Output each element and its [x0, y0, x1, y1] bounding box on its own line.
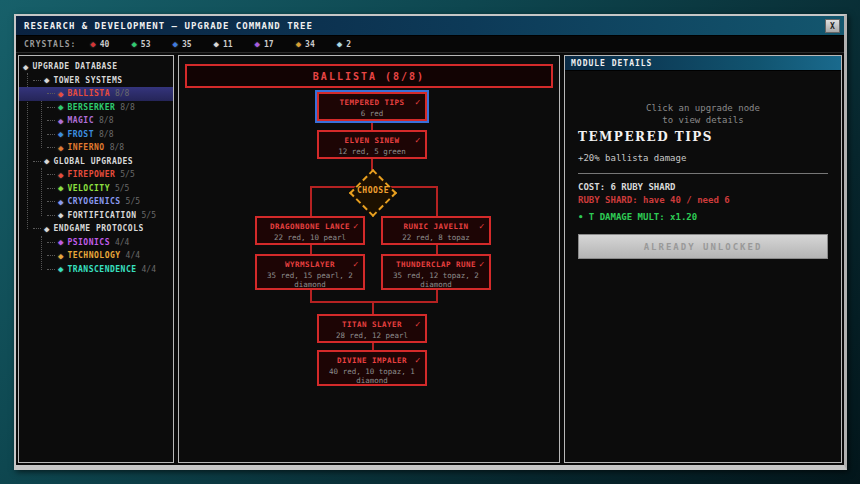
check-icon: ✓ — [415, 135, 421, 145]
node-title: RUNIC JAVELIN — [403, 222, 468, 231]
progress-count: 8/8 — [99, 130, 113, 139]
diamond-icon: ◆ — [58, 170, 63, 180]
node-cost: 28 red, 12 pearl — [319, 331, 425, 340]
gem-icon: ◆ — [337, 39, 342, 49]
details-effect: +20% ballista damage — [578, 153, 828, 163]
node-cost: 12 red, 5 green — [319, 147, 425, 156]
upgrade-node-dragonbone-lance[interactable]: DRAGONBONE LANCE✓ 22 red, 10 pearl — [255, 216, 365, 245]
crystals-bar: CRYSTALS: ◆ 40 ◆ 53 ◆ 35 ◆ 11 ◆ 17 ◆ 34 … — [16, 36, 844, 53]
sidebar-item-cryogenics[interactable]: ◆ CRYOGENICS 5/5 — [19, 195, 173, 209]
gem-icon: ◆ — [255, 39, 260, 49]
node-title: TEMPERED TIPS — [339, 98, 404, 107]
crystal-count: 40 — [100, 40, 110, 49]
node-cost: 40 red, 10 topaz, 1 diamond — [319, 367, 425, 385]
node-cost: 6 red — [319, 109, 425, 118]
details-title: TEMPERED TIPS — [578, 130, 828, 144]
check-icon: ✓ — [353, 221, 359, 231]
progress-count: 5/5 — [142, 211, 156, 220]
connector — [310, 245, 312, 254]
connector — [310, 301, 438, 303]
upgrade-node-titan-slayer[interactable]: TITAN SLAYER✓ 28 red, 12 pearl — [317, 314, 427, 343]
details-header: MODULE DETAILS — [565, 56, 841, 71]
node-cost: 35 red, 12 topaz, 2 diamond — [383, 271, 489, 289]
crystal-count: 34 — [305, 40, 315, 49]
diamond-icon: ◆ — [58, 116, 63, 126]
connector — [372, 343, 374, 350]
sidebar-item-magic[interactable]: ◆ MAGIC 8/8 — [19, 114, 173, 128]
crystal-count: 17 — [264, 40, 274, 49]
sidebar-item-transcendence[interactable]: ◆ TRANSCENDENCE 4/4 — [19, 263, 173, 277]
details-requirement: RUBY SHARD: have 40 / need 6 — [578, 195, 828, 205]
diamond-icon: ◆ — [58, 143, 63, 153]
title-bar: RESEARCH & DEVELOPMENT — UPGRADE COMMAND… — [16, 16, 844, 36]
diamond-icon: ◆ — [58, 264, 63, 274]
sidebar-item-fortification[interactable]: ◆ FORTIFICATION 5/5 — [19, 209, 173, 223]
crystal-blue: ◆ 35 — [172, 39, 191, 49]
crystal-count: 53 — [141, 40, 151, 49]
divider — [578, 173, 828, 174]
sidebar-item-global-upgrades[interactable]: ◆ GLOBAL UPGRADES — [19, 155, 173, 169]
upgrade-node-tempered-tips[interactable]: TEMPERED TIPS✓ 6 red — [317, 92, 427, 121]
gem-icon: ◆ — [131, 39, 136, 49]
crystal-diamond: ◆ 2 — [337, 39, 351, 49]
diamond-icon: ◆ — [44, 156, 49, 166]
content-area: ◆ UPGRADE DATABASE ◆ TOWER SYSTEMS ◆ BAL… — [16, 53, 844, 465]
gem-icon: ◆ — [214, 39, 219, 49]
sidebar-item-psionics[interactable]: ◆ PSIONICS 4/4 — [19, 236, 173, 250]
check-icon: ✓ — [479, 221, 485, 231]
progress-count: 4/4 — [115, 238, 129, 247]
diamond-icon: ◆ — [44, 75, 49, 85]
upgrade-node-elven-sinew[interactable]: ELVEN SINEW✓ 12 red, 5 green — [317, 130, 427, 159]
sidebar-item-inferno[interactable]: ◆ INFERNO 8/8 — [19, 141, 173, 155]
progress-count: 8/8 — [115, 89, 129, 98]
node-title: DRAGONBONE LANCE — [270, 222, 350, 231]
progress-count: 5/5 — [126, 197, 140, 206]
crystal-pearl: ◆ 11 — [214, 39, 233, 49]
diamond-icon: ◆ — [58, 210, 63, 220]
choose-node[interactable]: CHOOSE — [348, 169, 398, 217]
details-stat: • T DAMAGE MULT: x1.20 — [578, 212, 828, 222]
connector — [372, 301, 374, 314]
crystal-red: ◆ 40 — [90, 39, 109, 49]
progress-count: 4/4 — [142, 265, 156, 274]
crystal-count: 11 — [223, 40, 233, 49]
diamond-icon: ◆ — [58, 237, 63, 247]
crystals-label: CRYSTALS: — [24, 40, 76, 49]
check-icon: ✓ — [353, 259, 359, 269]
sidebar-item-technology[interactable]: ◆ TECHNOLOGY 4/4 — [19, 249, 173, 263]
upgrade-node-divine-impaler[interactable]: DIVINE IMPALER✓ 40 red, 10 topaz, 1 diam… — [317, 350, 427, 386]
node-title: ELVEN SINEW — [344, 136, 399, 145]
module-details-panel: MODULE DETAILS Click an upgrade node to … — [564, 55, 842, 463]
upgrade-node-wyrmslayer[interactable]: WYRMSLAYER✓ 35 red, 15 pearl, 2 diamond — [255, 254, 365, 290]
upgrade-node-runic-javelin[interactable]: RUNIC JAVELIN✓ 22 red, 8 topaz — [381, 216, 491, 245]
connector — [310, 186, 312, 216]
window-title: RESEARCH & DEVELOPMENT — UPGRADE COMMAND… — [16, 21, 313, 31]
sidebar-item-firepower[interactable]: ◆ FIREPOWER 5/5 — [19, 168, 173, 182]
node-cost: 35 red, 15 pearl, 2 diamond — [257, 271, 363, 289]
upgrade-database-tree: ◆ UPGRADE DATABASE ◆ TOWER SYSTEMS ◆ BAL… — [18, 55, 174, 463]
sidebar-item-upgrade-database[interactable]: ◆ UPGRADE DATABASE — [19, 60, 173, 74]
close-button[interactable]: X — [825, 19, 840, 33]
node-title: WYRMSLAYER — [285, 260, 335, 269]
crystal-topaz: ◆ 34 — [296, 39, 315, 49]
crystal-purple: ◆ 17 — [255, 39, 274, 49]
progress-count: 8/8 — [120, 103, 134, 112]
sidebar-item-velocity[interactable]: ◆ VELOCITY 5/5 — [19, 182, 173, 196]
progress-count: 5/5 — [120, 170, 134, 179]
connector — [436, 245, 438, 254]
gem-icon: ◆ — [172, 39, 177, 49]
upgrade-node-thunderclap-rune[interactable]: THUNDERCLAP RUNE✓ 35 red, 12 topaz, 2 di… — [381, 254, 491, 290]
node-cost: 22 red, 10 pearl — [257, 233, 363, 242]
gem-icon: ◆ — [296, 39, 301, 49]
sidebar-item-berserker[interactable]: ◆ BERSERKER 8/8 — [19, 101, 173, 115]
already-unlocked-button[interactable]: ALREADY UNLOCKED — [578, 234, 828, 259]
node-cost: 22 red, 8 topaz — [383, 233, 489, 242]
diamond-icon: ◆ — [58, 89, 63, 99]
details-body: Click an upgrade node to view details TE… — [565, 71, 841, 462]
sidebar-item-ballista[interactable]: ◆ BALLISTA 8/8 — [19, 87, 173, 101]
rd-upgrade-window: RESEARCH & DEVELOPMENT — UPGRADE COMMAND… — [14, 14, 847, 470]
sidebar-item-endgame-protocols[interactable]: ◆ ENDGAME PROTOCOLS — [19, 222, 173, 236]
check-icon: ✓ — [479, 259, 485, 269]
sidebar-item-tower-systems[interactable]: ◆ TOWER SYSTEMS — [19, 74, 173, 88]
sidebar-item-frost[interactable]: ◆ FROST 8/8 — [19, 128, 173, 142]
